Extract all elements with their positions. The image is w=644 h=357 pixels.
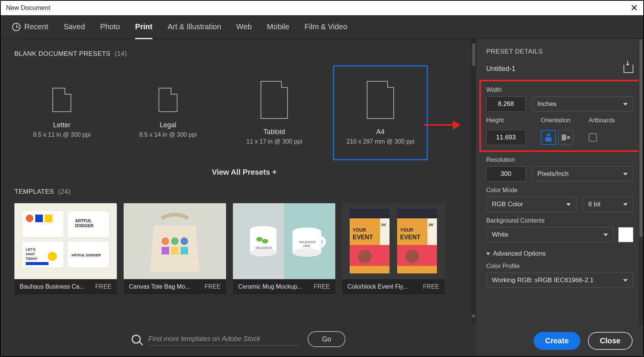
background-select[interactable]: White — [486, 227, 614, 242]
svg-point-17 — [181, 237, 188, 245]
tab-saved[interactable]: Saved — [63, 22, 85, 31]
preset-details-title: PRESET DETAILS — [486, 48, 633, 55]
tab-art-illustration[interactable]: Art & Illustration — [168, 22, 221, 31]
advanced-options-toggle[interactable]: Advanced Options — [486, 250, 633, 257]
svg-text:25/: 25/ — [381, 223, 386, 227]
width-input[interactable] — [486, 96, 526, 112]
category-tabs: Recent Saved Photo Print Art & Illustrat… — [1, 15, 643, 39]
titlebar: New Document ✕ — [1, 1, 643, 15]
document-icon — [52, 88, 71, 112]
svg-point-13 — [48, 252, 57, 261]
resolution-input[interactable] — [486, 166, 526, 182]
templates-heading: TEMPLATES (24) — [14, 188, 474, 196]
template-price: FREE — [423, 283, 439, 290]
svg-rect-19 — [171, 247, 179, 254]
right-scrollbar[interactable] — [639, 39, 643, 325]
dialog-footer: Create Close — [476, 325, 643, 356]
svg-point-25 — [262, 239, 268, 243]
color-profile-select[interactable]: Working RGB: sRGB IEC61966-2.1 — [486, 273, 633, 288]
chevron-down-icon — [623, 203, 628, 206]
document-name-row: Untitled-1 — [486, 65, 633, 73]
template-footer: Ceramic Mug Mockup... FREE — [233, 279, 335, 294]
preset-details-panel: PRESET DETAILS Untitled-1 Width Inches — [476, 39, 643, 356]
left-scrollbar[interactable] — [471, 39, 476, 322]
preset-a4[interactable]: A4 210 x 297 mm @ 300 ppi — [333, 65, 428, 160]
presets-count: (14) — [115, 50, 127, 57]
svg-point-4 — [26, 215, 33, 222]
search-bar: Go — [1, 322, 476, 356]
preset-dimensions: 210 x 297 mm @ 300 ppi — [346, 138, 414, 145]
template-name: Colorblock Event Fly... — [347, 283, 408, 290]
tab-web[interactable]: Web — [236, 22, 252, 31]
close-icon[interactable]: ✕ — [630, 3, 638, 13]
background-color-swatch[interactable] — [618, 227, 633, 242]
templates-count: (24) — [58, 188, 71, 195]
chevron-down-icon — [623, 279, 628, 282]
template-price: FREE — [95, 283, 112, 290]
template-colorblock-event-flyer[interactable]: YOUR EVENT YOUR EVENT 25/ — [342, 203, 445, 294]
preset-tabloid[interactable]: Tabloid 11 x 17 in @ 300 ppi — [227, 65, 322, 160]
left-scroll[interactable]: BLANK DOCUMENT PRESETS (14) Letter 8.5 x… — [1, 39, 476, 322]
document-name-input[interactable]: Untitled-1 — [486, 65, 515, 73]
chevron-down-icon — [623, 103, 628, 106]
preset-name: Legal — [160, 121, 176, 129]
orientation-portrait-button[interactable] — [541, 130, 556, 145]
go-button[interactable]: Go — [308, 331, 346, 347]
preset-dimensions: 11 x 17 in @ 300 ppi — [246, 138, 302, 145]
preset-row: Letter 8.5 x 11 in @ 300 ppi Legal 8.5 x… — [14, 65, 474, 160]
tab-print[interactable]: Print — [135, 22, 152, 39]
svg-text:DELICIOUS: DELICIOUS — [256, 246, 272, 250]
bitdepth-select[interactable]: 8 bit — [583, 197, 633, 212]
template-price: FREE — [204, 283, 221, 290]
template-name: Ceramic Mug Mockup... — [238, 283, 302, 290]
tab-film-video[interactable]: Film & Video — [305, 22, 347, 31]
artboards-label: Artboards — [589, 117, 615, 124]
artboards-checkbox[interactable] — [589, 133, 597, 142]
template-canvas-tote-bag[interactable]: Canvas Tote Bag Mo... FREE — [124, 203, 226, 294]
highlighted-annotation-box: Width Inches Height — [479, 80, 640, 152]
preset-legal[interactable]: Legal 8.5 x 14 in @ 300 ppi — [121, 65, 215, 160]
svg-point-38 — [358, 250, 372, 263]
svg-rect-40 — [397, 209, 437, 218]
svg-text:ARTFUL DODGER: ARTFUL DODGER — [71, 253, 101, 257]
template-name: Bauhaus Business Ca... — [20, 283, 85, 290]
template-thumbnail: DELICIOUS DELICIOUS CAFE — [233, 203, 335, 279]
bitdepth-value: 8 bit — [588, 201, 600, 208]
svg-text:TODAY: TODAY — [26, 257, 38, 261]
chevron-down-icon — [566, 203, 571, 206]
tab-mobile[interactable]: Mobile — [267, 22, 289, 31]
landscape-icon — [562, 134, 570, 141]
template-footer: Bauhaus Business Ca... FREE — [14, 279, 117, 294]
tab-recent[interactable]: Recent — [12, 22, 48, 31]
preset-dimensions: 8.5 x 11 in @ 300 ppi — [33, 131, 90, 138]
chevron-down-icon — [603, 234, 608, 236]
orientation-landscape-button[interactable] — [558, 130, 573, 145]
units-select[interactable]: Inches — [532, 96, 633, 112]
right-scroll[interactable]: PRESET DETAILS Untitled-1 Width Inches — [476, 39, 643, 325]
resolution-unit-select[interactable]: Pixels/Inch — [532, 166, 633, 182]
svg-rect-35 — [380, 218, 390, 245]
svg-point-23 — [250, 249, 276, 256]
new-document-dialog: New Document ✕ Recent Saved Photo Print … — [0, 0, 644, 357]
search-input[interactable] — [148, 333, 300, 346]
colormode-select[interactable]: RGB Color — [486, 197, 576, 212]
tab-photo[interactable]: Photo — [100, 22, 120, 31]
height-input[interactable] — [486, 130, 526, 145]
close-button[interactable]: Close — [588, 332, 633, 350]
view-all-presets-button[interactable]: View All Presets + — [14, 168, 474, 177]
template-bauhaus-business-card[interactable]: ARTFUL DODGER LET'S CHAT TODAY ARTFUL DO… — [14, 203, 117, 294]
create-button[interactable]: Create — [534, 332, 580, 350]
background-value: White — [492, 231, 508, 239]
preset-dimensions: 8.5 x 14 in @ 300 ppi — [139, 131, 196, 138]
template-ceramic-mug[interactable]: DELICIOUS DELICIOUS CAFE Ceramic Mug Moc… — [233, 203, 335, 294]
svg-text:LET'S: LET'S — [26, 248, 35, 251]
svg-text:EVENT: EVENT — [400, 234, 421, 240]
document-icon — [367, 81, 394, 119]
presets-heading-text: BLANK DOCUMENT PRESETS — [14, 50, 110, 57]
preset-letter[interactable]: Letter 8.5 x 11 in @ 300 ppi — [14, 65, 109, 160]
save-preset-icon[interactable] — [624, 65, 633, 73]
units-value: Inches — [537, 100, 556, 108]
svg-point-24 — [256, 237, 262, 242]
preset-name: Tabloid — [263, 128, 285, 136]
svg-rect-33 — [350, 209, 390, 218]
